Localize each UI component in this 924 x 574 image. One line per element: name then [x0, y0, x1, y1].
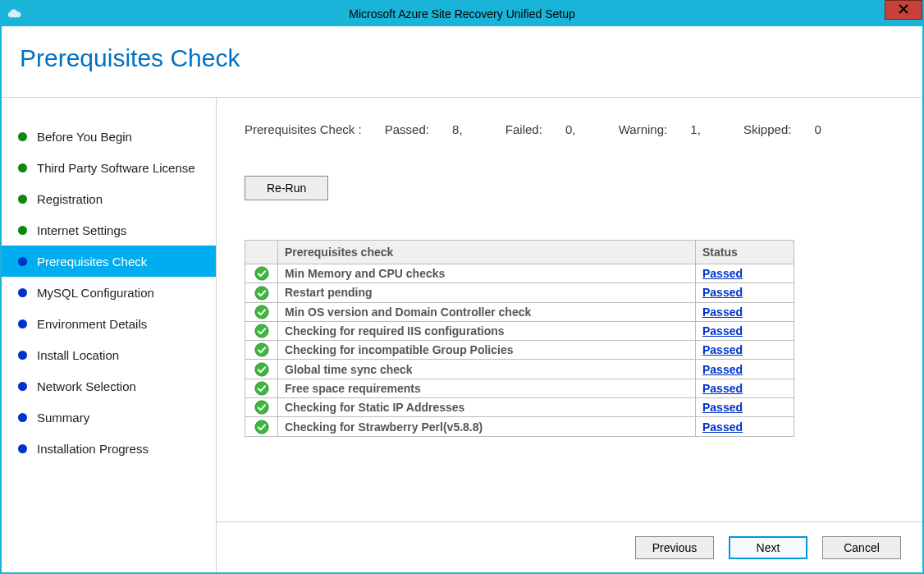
sidebar-item[interactable]: Prerequisites Check [2, 246, 216, 277]
row-status-cell: Passed [696, 264, 794, 283]
sidebar-item[interactable]: Third Party Software License [2, 152, 216, 183]
status-link[interactable]: Passed [702, 305, 743, 319]
row-status-cell: Passed [696, 360, 794, 379]
sidebar-item[interactable]: Summary [2, 402, 216, 433]
row-status-icon-cell [245, 379, 278, 397]
table-row: Free space requirementsPassed [245, 379, 794, 397]
sidebar-item-label: Internet Settings [37, 223, 126, 237]
step-bullet-icon [18, 413, 27, 422]
row-status-cell: Passed [696, 417, 794, 436]
status-link[interactable]: Passed [702, 267, 743, 280]
previous-button[interactable]: Previous [635, 536, 714, 559]
summary-label: Prerequisites Check : [245, 122, 362, 136]
row-status-icon-cell [245, 360, 278, 379]
table-row: Checking for Static IP AddressesPassed [245, 398, 794, 417]
body-area: Before You BeginThird Party Software Lic… [2, 98, 922, 572]
sidebar-item[interactable]: Before You Begin [2, 121, 216, 152]
status-link[interactable]: Passed [702, 363, 743, 376]
svg-point-2 [254, 305, 268, 319]
svg-point-0 [254, 267, 268, 280]
close-icon [899, 3, 908, 16]
table-row: Checking for required IIS configurations… [245, 321, 794, 340]
check-passed-icon [254, 266, 269, 281]
row-check-name: Checking for required IIS configurations [278, 321, 696, 340]
header-area: Prerequisites Check [2, 26, 922, 98]
row-status-cell: Passed [696, 321, 794, 340]
sidebar-item-label: Network Selection [37, 379, 136, 393]
sidebar-item-label: Third Party Software License [37, 161, 195, 175]
check-passed-icon [254, 305, 269, 319]
step-bullet-icon [18, 163, 27, 172]
check-passed-icon [254, 286, 269, 301]
rerun-button[interactable]: Re-Run [245, 176, 328, 200]
summary-line: Prerequisites Check : Passed: 8, Failed:… [245, 122, 894, 136]
step-bullet-icon [18, 226, 27, 235]
table-row: Min OS version and Domain Controller che… [245, 302, 794, 321]
status-link[interactable]: Passed [702, 420, 743, 434]
main-content: Prerequisites Check : Passed: 8, Failed:… [217, 98, 922, 521]
svg-point-7 [254, 401, 268, 414]
row-check-name: Restart pending [278, 283, 696, 302]
check-passed-icon [254, 420, 269, 434]
row-check-name: Free space requirements [278, 379, 696, 397]
table-row: Checking for incompatible Group Policies… [245, 341, 794, 360]
row-status-icon-cell [245, 302, 278, 321]
sidebar-item[interactable]: Environment Details [2, 308, 216, 339]
sidebar-item-label: Install Location [37, 348, 119, 362]
footer: Previous Next Cancel [217, 521, 922, 572]
check-passed-icon [254, 400, 269, 415]
sidebar-item[interactable]: Installation Progress [2, 433, 216, 464]
status-link[interactable]: Passed [702, 324, 743, 338]
svg-point-4 [254, 343, 268, 356]
step-bullet-icon [18, 444, 27, 453]
check-passed-icon [254, 324, 269, 338]
step-bullet-icon [18, 382, 27, 391]
check-passed-icon [254, 342, 269, 357]
step-bullet-icon [18, 132, 27, 141]
table-row: Restart pendingPassed [245, 283, 794, 302]
close-button[interactable] [885, 0, 922, 20]
sidebar-item[interactable]: Registration [2, 183, 216, 214]
sidebar-item[interactable]: Install Location [2, 339, 216, 370]
summary-skipped: Skipped: 0 [743, 122, 841, 136]
svg-point-1 [254, 286, 268, 299]
sidebar-item-label: Installation Progress [37, 442, 149, 456]
row-status-cell: Passed [696, 379, 794, 397]
sidebar-item-label: MySQL Configuration [37, 286, 154, 300]
row-status-cell: Passed [696, 398, 794, 417]
row-status-icon-cell [245, 283, 278, 302]
status-link[interactable]: Passed [702, 401, 743, 414]
app-icon [7, 6, 23, 22]
table-header-icon [245, 241, 278, 264]
summary-passed: Passed: 8, [385, 122, 483, 136]
sidebar-item-label: Before You Begin [37, 130, 132, 144]
prereq-table: Prerequisites check Status Min Memory an… [245, 240, 794, 437]
sidebar-item[interactable]: MySQL Configuration [2, 277, 216, 308]
sidebar-item[interactable]: Network Selection [2, 370, 216, 402]
row-check-name: Checking for incompatible Group Policies [278, 341, 696, 360]
status-link[interactable]: Passed [702, 286, 743, 299]
row-check-name: Min Memory and CPU checks [278, 264, 696, 283]
summary-failed: Failed: 0, [505, 122, 596, 136]
step-bullet-icon [18, 351, 27, 360]
row-check-name: Checking for Strawberry Perl(v5.8.8) [278, 417, 696, 436]
row-status-icon-cell [245, 321, 278, 340]
table-row: Global time sync checkPassed [245, 360, 794, 379]
step-bullet-icon [18, 257, 27, 266]
status-link[interactable]: Passed [702, 382, 743, 395]
row-status-icon-cell [245, 417, 278, 436]
sidebar-item[interactable]: Internet Settings [2, 214, 216, 246]
table-row: Min Memory and CPU checksPassed [245, 264, 794, 283]
next-button[interactable]: Next [729, 536, 807, 559]
titlebar: Microsoft Azure Site Recovery Unified Se… [2, 2, 922, 26]
status-link[interactable]: Passed [702, 343, 743, 356]
page-title: Prerequisites Check [20, 44, 922, 72]
sidebar: Before You BeginThird Party Software Lic… [2, 98, 217, 572]
cancel-button[interactable]: Cancel [822, 536, 901, 559]
table-header-status: Status [696, 241, 794, 264]
sidebar-item-label: Registration [37, 192, 103, 206]
svg-point-8 [254, 420, 268, 434]
table-header-name: Prerequisites check [278, 241, 696, 264]
step-bullet-icon [18, 288, 27, 297]
svg-point-6 [254, 382, 268, 395]
